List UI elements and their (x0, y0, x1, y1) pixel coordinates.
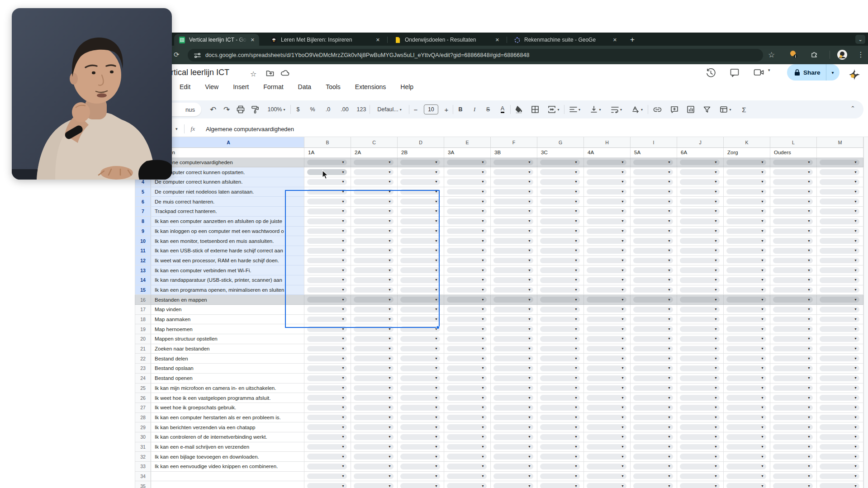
grid-cell[interactable]: ▼ (351, 452, 398, 462)
dropdown-chip[interactable]: ▼ (447, 375, 487, 381)
dropdown-chip[interactable]: ▼ (447, 474, 487, 479)
create-filter-button[interactable] (699, 106, 715, 113)
grid-cell[interactable]: ▼ (537, 442, 584, 452)
dropdown-chip[interactable]: ▼ (773, 277, 813, 283)
dropdown-chip[interactable]: ▼ (820, 267, 859, 273)
dropdown-chip[interactable]: ▼ (307, 424, 347, 430)
dropdown-chip[interactable]: ▼ (820, 297, 859, 303)
dropdown-chip[interactable]: ▼ (447, 218, 487, 224)
text-color-button[interactable]: A (495, 106, 510, 114)
dropdown-chip[interactable]: ▼ (447, 208, 487, 214)
grid-cell[interactable]: ▼ (724, 354, 770, 364)
grid-cell[interactable]: ▼ (304, 295, 351, 305)
grid-cell[interactable]: ▼ (537, 256, 584, 266)
name-box-caret-icon[interactable]: ▾ (175, 127, 178, 131)
dropdown-chip[interactable]: ▼ (773, 434, 813, 440)
dropdown-chip[interactable]: ▼ (354, 277, 394, 283)
menu-edit[interactable]: Edit (178, 82, 192, 91)
menu-extensions[interactable]: Extensions (353, 82, 388, 91)
grid-cell[interactable]: ▼ (677, 432, 724, 442)
dropdown-chip[interactable]: ▼ (354, 385, 394, 391)
grid-cell[interactable]: ▼ (724, 207, 770, 217)
grid-cell[interactable]: De muis correct hanteren. (151, 197, 304, 207)
grid-cell[interactable]: ▼ (631, 472, 677, 482)
grid-cell[interactable]: ▼ (351, 227, 398, 237)
grid-cell[interactable]: ▼ (351, 324, 398, 334)
grid-cell[interactable]: 1A (304, 148, 351, 158)
dropdown-chip[interactable]: ▼ (447, 415, 487, 421)
grid-cell[interactable]: ▼ (304, 207, 351, 217)
dropdown-chip[interactable]: ▼ (447, 444, 487, 450)
dropdown-chip[interactable]: ▼ (820, 228, 859, 234)
dropdown-chip[interactable]: ▼ (726, 434, 766, 440)
grid-cell[interactable]: ▼ (444, 315, 491, 325)
bookmark-star-icon[interactable]: ☆ (768, 50, 775, 60)
dropdown-chip[interactable]: ▼ (680, 179, 720, 185)
row-number[interactable]: 30 (135, 432, 151, 442)
dropdown-chip[interactable]: ▼ (493, 483, 533, 488)
grid-cell[interactable]: ▼ (398, 432, 444, 442)
grid-cell[interactable]: ▼ (491, 167, 537, 177)
row-number[interactable]: 27 (135, 403, 151, 413)
column-header[interactable]: L (770, 137, 817, 148)
dropdown-chip[interactable]: ▼ (773, 317, 813, 322)
row-number[interactable]: 26 (135, 393, 151, 403)
grid-cell[interactable]: ▼ (631, 364, 677, 374)
grid-cell[interactable]: ▼ (351, 315, 398, 325)
dropdown-chip[interactable]: ▼ (307, 444, 347, 450)
grid-cell[interactable]: ▼ (537, 462, 584, 472)
reload-icon[interactable]: ⟳ (174, 51, 180, 59)
dropdown-chip[interactable]: ▼ (587, 395, 626, 401)
grid-cell[interactable]: ▼ (724, 374, 770, 384)
grid-cell[interactable]: ▼ (631, 442, 677, 452)
dropdown-chip[interactable]: ▼ (726, 258, 766, 264)
grid-cell[interactable]: ▼ (444, 364, 491, 374)
grid-cell[interactable]: ▼ (537, 324, 584, 334)
dropdown-chip[interactable]: ▼ (633, 179, 673, 185)
grid-cell[interactable]: ▼ (770, 472, 817, 482)
grid-cell[interactable]: ▼ (724, 393, 770, 403)
dropdown-chip[interactable]: ▼ (587, 267, 626, 273)
grid-cell[interactable]: ▼ (398, 246, 444, 256)
dropdown-chip[interactable]: ▼ (493, 464, 533, 469)
grid-cell[interactable]: ▼ (724, 324, 770, 334)
grid-cell[interactable]: ▼ (584, 334, 631, 344)
dropdown-chip[interactable]: ▼ (820, 189, 859, 195)
grid-cell[interactable]: ▼ (817, 187, 863, 197)
grid-cell[interactable]: ▼ (398, 236, 444, 246)
grid-cell[interactable]: ▼ (398, 364, 444, 374)
column-header[interactable]: E (444, 137, 491, 148)
dropdown-chip[interactable]: ▼ (680, 454, 720, 460)
dropdown-chip[interactable]: ▼ (726, 238, 766, 244)
dropdown-chip[interactable]: ▼ (726, 444, 766, 450)
grid-cell[interactable]: ▼ (631, 158, 677, 168)
grid-cell[interactable]: ▼ (491, 442, 537, 452)
grid-cell[interactable]: ▼ (398, 197, 444, 207)
grid-cell[interactable]: ▼ (398, 177, 444, 187)
dropdown-chip[interactable]: ▼ (820, 218, 859, 224)
grid-cell[interactable]: ▼ (398, 285, 444, 295)
dropdown-chip[interactable]: ▼ (773, 415, 813, 421)
grid-cell[interactable]: ▼ (724, 187, 770, 197)
grid-cell[interactable]: ▼ (491, 432, 537, 442)
grid-cell[interactable]: ▼ (398, 265, 444, 275)
grid-cell[interactable]: ▼ (491, 207, 537, 217)
grid-cell[interactable]: ▼ (631, 246, 677, 256)
undo-button[interactable]: ↶ (206, 105, 220, 114)
dropdown-chip[interactable]: ▼ (307, 454, 347, 460)
tab-onderwijsdoelen[interactable]: Onderwijsdoelen - Resultaten ✕ (390, 34, 504, 46)
grid-cell[interactable]: ▼ (631, 393, 677, 403)
dropdown-chip[interactable]: ▼ (820, 474, 859, 479)
dropdown-chip[interactable]: ▼ (726, 297, 766, 303)
dropdown-chip[interactable]: ▼ (680, 483, 720, 488)
grid-cell[interactable]: ▼ (398, 422, 444, 432)
grid-cell[interactable]: ▼ (398, 217, 444, 227)
dropdown-chip[interactable]: ▼ (354, 454, 394, 460)
decrease-decimal-button[interactable]: .0 (320, 106, 336, 113)
dropdown-chip[interactable]: ▼ (540, 375, 580, 381)
dropdown-chip[interactable]: ▼ (633, 258, 673, 264)
grid-cell[interactable]: ▼ (817, 167, 863, 177)
menu-insert[interactable]: Insert (231, 82, 251, 91)
dropdown-chip[interactable]: ▼ (680, 434, 720, 440)
grid-cell[interactable]: ▼ (677, 187, 724, 197)
